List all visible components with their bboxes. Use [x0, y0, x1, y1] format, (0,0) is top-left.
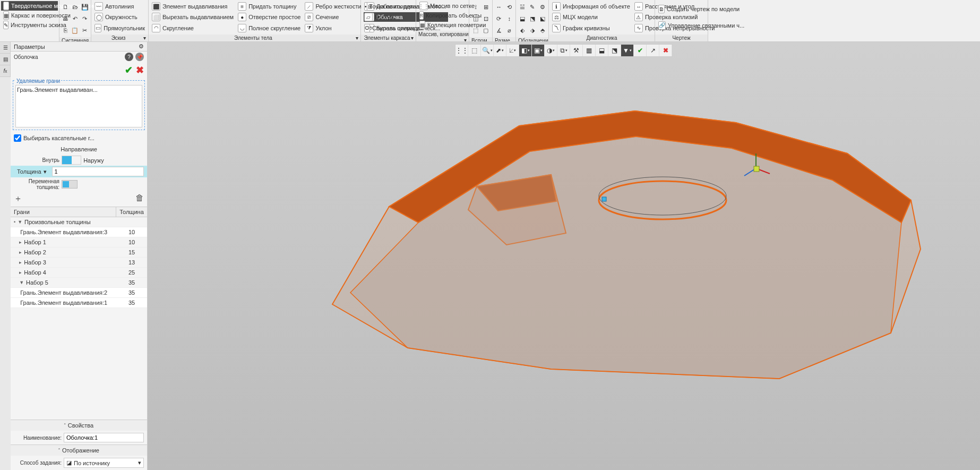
cmd-copy-objects[interactable]: ⎘Копировать объекты — [417, 11, 468, 20]
pin-icon[interactable]: 📌 — [135, 53, 144, 61]
open-icon[interactable]: 🗁 — [70, 1, 80, 13]
thickness-input[interactable] — [52, 167, 144, 176]
method-combo[interactable]: ◪По источнику▾ — [64, 458, 144, 468]
print-icon[interactable]: 🖶 — [61, 13, 70, 24]
new-icon[interactable]: 🗋 — [61, 1, 70, 13]
cmd-hole-simple[interactable]: ●Отверстие простое — [236, 12, 303, 22]
cmd-cut-extrude[interactable]: ⬜Вырезать выдавливанием — [150, 12, 236, 22]
group-aux: Вспом... — [469, 37, 492, 41]
not-icon-5[interactable]: ⬔ — [527, 13, 537, 24]
not-icon-6[interactable]: ⬕ — [537, 13, 547, 24]
removed-face-item[interactable]: Грань.Элемент выдавливан... — [17, 87, 141, 93]
cmd-extrude[interactable]: ⬛Элемент выдавливания — [150, 2, 236, 11]
tab-tree-icon[interactable]: ☰ — [0, 42, 11, 54]
not-icon-4[interactable]: ⬓ — [517, 13, 527, 24]
dim-icon-1[interactable]: ↔ — [494, 1, 504, 13]
dim-icon-5[interactable]: ∡ — [494, 24, 504, 36]
direction-in-label: Внутрь — [14, 157, 59, 163]
display-header[interactable]: ˆОтображение — [11, 445, 147, 456]
ribbon: ▢Твердотельное моделирование ▦Каркас и п… — [0, 0, 980, 42]
help-icon[interactable]: ? — [125, 53, 133, 61]
not-icon-9[interactable]: ⬘ — [537, 24, 547, 36]
aux-icon-5[interactable]: ⬚ — [470, 24, 481, 36]
thickness-set-row[interactable]: ▸ Набор 215 — [11, 247, 147, 258]
cmd-point-coord[interactable]: •Точка по координатам — [362, 2, 415, 11]
dim-icon-3[interactable]: ⟳ — [494, 13, 504, 24]
cancel-button[interactable]: ✖ — [136, 64, 144, 76]
cmd-obj-info[interactable]: ℹИнформация об объекте — [550, 2, 632, 11]
dim-icon-6[interactable]: ⌀ — [504, 24, 515, 36]
cmd-circle[interactable]: ◯Окружность — [92, 12, 147, 22]
dim-icon-2[interactable]: ⟲ — [504, 1, 515, 13]
svg-rect-3 — [754, 166, 759, 172]
cmd-contour[interactable]: ▱Контур — [362, 12, 415, 22]
dim-icon-4[interactable]: ↕ — [504, 13, 515, 24]
cmd-helix[interactable]: ⵙСпираль цилиндрическ... — [362, 23, 415, 33]
copy-icon[interactable]: ⎘ — [61, 24, 70, 36]
gear-icon[interactable]: ⚙ — [139, 43, 144, 50]
anchor-point[interactable] — [602, 197, 606, 201]
tab-solid-modeling[interactable]: ▢Твердотельное моделирование — [1, 1, 58, 11]
cmd-autoline[interactable]: 〰Автолиния — [92, 2, 147, 11]
thickness-face-row[interactable]: Грань.Элемент выдавливания:135 — [11, 298, 147, 308]
parameters-panel: Параметры ⚙ Оболочка ? 📌 ✔ ✖ Удаляемые г… — [11, 42, 148, 470]
viewport-3d[interactable]: ⋮⋮ ⬚ 🔍 ⬈ ⟀ ◧ ▣ ◑ ⧉ ⚒ ▦ ⬓ ⬔ ▼ ✔ ↗ ✖ — [148, 42, 980, 470]
tab-sketch-tools[interactable]: ✎Инструменты эскиза — [1, 20, 58, 30]
aux-icon-4[interactable]: ⊡ — [481, 13, 492, 24]
var-thickness-switch[interactable] — [62, 180, 78, 189]
thickness-face-row[interactable]: Грань.Элемент выдавливания:310 — [11, 227, 147, 237]
cmd-full-fillet[interactable]: ◡Полное скругление — [236, 23, 303, 33]
cmd-geom-collection[interactable]: ▦Коллекция геометрии — [417, 20, 468, 30]
add-row-button[interactable]: ＋ — [14, 193, 22, 204]
cmd-draft[interactable]: ⧩Уклон — [303, 23, 363, 33]
save-icon[interactable]: 💾 — [80, 1, 90, 13]
thickness-dropdown[interactable]: Толщина ▾ — [14, 167, 50, 176]
thickness-set-row[interactable]: ▸ Набор 110 — [11, 237, 147, 247]
apply-button[interactable]: ✔ — [125, 64, 133, 76]
not-icon-2[interactable]: ✎ — [527, 1, 537, 13]
name-input[interactable] — [64, 433, 144, 442]
removed-faces-fieldset: Удаляемые грани Грань.Элемент выдавливан… — [13, 80, 145, 130]
cmd-fillet[interactable]: ◠Скругление — [150, 23, 236, 33]
cmd-thicken[interactable]: ≡Придать толщину — [236, 2, 303, 11]
not-icon-1[interactable]: ☱ — [517, 1, 527, 13]
redo-icon[interactable]: ↷ — [80, 13, 90, 24]
cmd-rib[interactable]: ⟋Ребро жесткости — [303, 2, 363, 11]
select-tangent-checkbox[interactable] — [14, 134, 21, 142]
thickness-set-row[interactable]: ▸ Набор 313 — [11, 258, 147, 268]
aux-icon-6[interactable]: ▢ — [481, 24, 492, 36]
delete-row-button[interactable]: 🗑 — [135, 193, 144, 204]
tab-frame-surfaces[interactable]: ▦Каркас и поверхности — [1, 11, 58, 20]
group-dim: Разме... — [493, 37, 515, 41]
tab-props-icon[interactable]: ▤ — [0, 54, 11, 65]
cmd-pattern-grid[interactable]: ⋮⋮Массив по сетке — [417, 1, 468, 11]
direction-heading: Направление — [11, 144, 147, 155]
cmd-manage-linked[interactable]: 🔗Управление связанными ч... — [656, 21, 707, 30]
left-tab-strip: ☰ ▤ fx — [0, 42, 11, 77]
aux-icon-1[interactable]: ⟟ — [470, 1, 481, 13]
cmd-curvature-graph[interactable]: 〽График кривизны — [550, 23, 632, 33]
aux-icon-3[interactable]: ◫ — [470, 13, 481, 24]
direction-toggle[interactable] — [62, 156, 81, 165]
removed-faces-list[interactable]: Грань.Элемент выдавливан... — [15, 85, 142, 127]
not-icon-7[interactable]: ⬖ — [517, 24, 527, 36]
thickness-set-row[interactable]: ▸ Набор 425 — [11, 268, 147, 278]
cut-icon[interactable]: ✂ — [80, 24, 90, 36]
aux-icon-2[interactable]: ⊞ — [481, 1, 492, 13]
not-icon-3[interactable]: ⚙ — [537, 1, 547, 13]
cmd-create-drawing[interactable]: 🗎Создать чертеж по модели — [656, 4, 707, 14]
thickness-set-row[interactable]: ▼ Набор 535 — [11, 278, 147, 288]
undo-icon[interactable]: ↶ — [70, 13, 80, 24]
tab-fx-icon[interactable]: fx — [0, 65, 11, 77]
select-tangent-label: Выбирать касательные г... — [23, 135, 94, 141]
params-title: Параметры — [14, 44, 139, 50]
cmd-mass-props[interactable]: ⚖МЦХ модели — [550, 12, 632, 22]
cmd-rectangle[interactable]: ▭Прямоугольник — [92, 23, 147, 33]
not-icon-8[interactable]: ⬗ — [527, 24, 537, 36]
properties-header[interactable]: ˆСвойства — [11, 420, 147, 431]
thickness-group-header[interactable]: •▼ Произвольные толщины — [11, 217, 147, 227]
paste-icon[interactable]: 📋 — [70, 24, 80, 36]
cmd-section[interactable]: ⧄Сечение — [303, 12, 363, 22]
thickness-face-row[interactable]: Грань.Элемент выдавливания:235 — [11, 288, 147, 298]
operation-name: Оболочка — [14, 54, 125, 60]
